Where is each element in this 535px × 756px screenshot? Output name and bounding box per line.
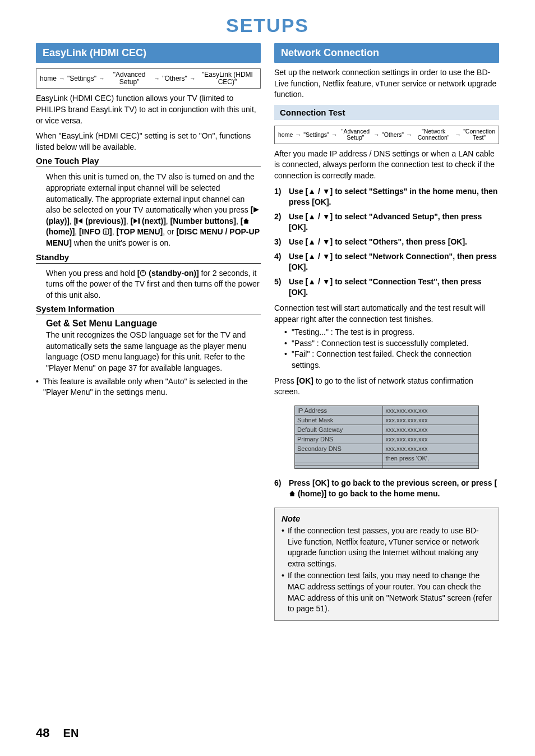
table-row: Secondary DNSxxx.xxx.xxx.xxx <box>295 444 479 453</box>
bc-conn-test: "Connection Test" <box>463 128 495 141</box>
easylink-intro: EasyLink (HDMI CEC) function allows your… <box>36 93 261 126</box>
svg-rect-1 <box>76 218 77 224</box>
bc-others: "Others" <box>162 75 187 82</box>
svg-marker-0 <box>254 207 260 213</box>
arrow-icon <box>190 75 196 82</box>
home-icon <box>243 218 250 224</box>
otp-text1: When this unit is turned on, the TV also… <box>46 172 255 214</box>
press-ok-text: Press [OK] to go to the list of network … <box>274 376 499 398</box>
svg-marker-10 <box>289 491 295 497</box>
arrow-icon <box>373 131 380 138</box>
bullet-fail: "Fail" : Connection test failed. Check t… <box>284 349 499 371</box>
step6-text-a: Press [OK] to go back to the previous sc… <box>289 478 497 487</box>
standby-button-ref: [ (standby-on)] <box>137 269 199 278</box>
page-lang: EN <box>63 727 79 739</box>
step-5: 5)Use [▲ / ▼] to select "Connection Test… <box>274 276 499 298</box>
connection-test-header: Connection Test <box>274 105 499 120</box>
arrow-icon <box>295 131 301 138</box>
bc-settings: "Settings" <box>303 132 329 139</box>
number-buttons-ref: [Number buttons] <box>170 216 236 225</box>
step-2: 2)Use [▲ / ▼] to select "Advanced Setup"… <box>274 211 499 233</box>
test-body: Connection test will start automatically… <box>274 303 499 325</box>
arrow-icon <box>331 131 338 138</box>
network-intro: Set up the network connection settings i… <box>274 67 499 100</box>
otp-tail: when the unit's power is on. <box>72 238 170 247</box>
standby-heading: Standby <box>36 252 261 264</box>
after-settings-text: After you made IP address / DNS settings… <box>274 149 499 182</box>
svg-marker-5 <box>244 218 250 224</box>
bc-advanced: "Advanced Setup" <box>340 128 371 141</box>
bc-others: "Others" <box>382 132 404 139</box>
info-icon: i <box>103 228 109 235</box>
arrow-icon <box>59 75 65 82</box>
power-icon <box>140 270 146 276</box>
bc-easylink: "EasyLink (HDMI CEC)" <box>198 71 257 86</box>
step-1: 1)Use [▲ / ▼] to select "Settings" in th… <box>274 186 499 208</box>
svg-marker-3 <box>133 218 137 224</box>
arrow-icon <box>455 131 461 138</box>
system-info-bullet-text: This feature is available only when "Aut… <box>43 376 261 398</box>
one-touch-play-body: When this unit is turned on, the TV also… <box>46 172 261 248</box>
next-icon <box>133 218 140 224</box>
table-row: Primary DNSxxx.xxx.xxx.xxx <box>295 434 479 444</box>
bc-advanced: "Advanced Setup" <box>107 71 151 86</box>
arrow-icon <box>154 75 160 82</box>
step-3: 3)Use [▲ / ▼] to select "Others", then p… <box>274 237 499 248</box>
bullet-pass: "Pass" : Connection test is successfully… <box>284 338 499 349</box>
play-icon <box>253 206 260 213</box>
network-header: Network Connection <box>274 43 499 63</box>
steps-list: 1)Use [▲ / ▼] to select "Settings" in th… <box>274 186 499 298</box>
step6-text-b: (home)] to go back to the home menu. <box>296 489 440 498</box>
result-bullets: "Testing..." : The test is in progress. … <box>274 327 499 371</box>
bc-home: home <box>40 75 57 82</box>
note-title: Note <box>282 514 492 523</box>
next-button-ref: [ (next)] <box>130 216 165 225</box>
page-number: 48 <box>36 726 49 740</box>
system-info-bullet: This feature is available only when "Aut… <box>36 376 261 398</box>
page-footer: 48 EN <box>36 726 79 740</box>
bc-network: "Network Connection" <box>414 128 453 141</box>
system-info-body: The unit recognizes the OSD language set… <box>46 330 261 374</box>
table-row: then press 'OK'. <box>295 453 479 463</box>
system-info-heading: System Information <box>36 304 261 315</box>
previous-icon <box>76 218 83 224</box>
note-bullet-1: If the connection test passes, you are r… <box>282 525 492 569</box>
svg-rect-4 <box>139 218 140 224</box>
note-box: Note If the connection test passes, you … <box>274 508 499 621</box>
table-row: Default Gatewayxxx.xxx.xxx.xxx <box>295 425 479 434</box>
one-touch-play-heading: One Touch Play <box>36 156 261 167</box>
step-4: 4)Use [▲ / ▼] to select "Network Connect… <box>274 251 499 273</box>
svg-text:i: i <box>105 229 107 235</box>
bc-home: home <box>278 132 293 139</box>
bc-settings: "Settings" <box>67 75 96 82</box>
easylink-when: When "EasyLink (HDMI CEC)" setting is se… <box>36 131 261 153</box>
table-row: IP Addressxxx.xxx.xxx.xxx <box>295 405 479 415</box>
arrow-icon <box>99 75 105 82</box>
step-6: 6) Press [OK] to go back to the previous… <box>274 478 499 500</box>
easylink-breadcrumb: home "Settings" "Advanced Setup" "Others… <box>36 68 261 89</box>
get-set-menu-heading: Get & Set Menu Language <box>46 319 261 329</box>
previous-button-ref: [ (previous)] <box>74 216 126 225</box>
standby-text1: When you press and hold <box>46 269 137 278</box>
easylink-header: EasyLink (HDMI CEC) <box>36 43 261 63</box>
left-column: EasyLink (HDMI CEC) home "Settings" "Adv… <box>36 43 261 621</box>
standby-body: When you press and hold [ (standby-on)] … <box>46 268 261 301</box>
network-status-table: IP Addressxxx.xxx.xxx.xxx Subnet Maskxxx… <box>294 405 479 469</box>
svg-marker-2 <box>79 218 82 224</box>
top-menu-ref: [TOP MENU] <box>117 227 163 236</box>
right-column: Network Connection Set up the network co… <box>274 43 499 621</box>
table-row: Subnet Maskxxx.xxx.xxx.xxx <box>295 415 479 425</box>
page-title: SETUPS <box>0 15 535 36</box>
arrow-icon <box>406 131 412 138</box>
home-icon <box>289 490 296 497</box>
info-button-ref: [INFO i] <box>79 227 112 236</box>
network-breadcrumb: home "Settings" "Advanced Setup" "Others… <box>274 126 499 144</box>
otp-or: , or <box>163 227 176 236</box>
bullet-testing: "Testing..." : The test is in progress. <box>284 327 499 338</box>
table-row <box>295 465 479 468</box>
note-bullet-2: If the connection test fails, you may ne… <box>282 570 492 614</box>
